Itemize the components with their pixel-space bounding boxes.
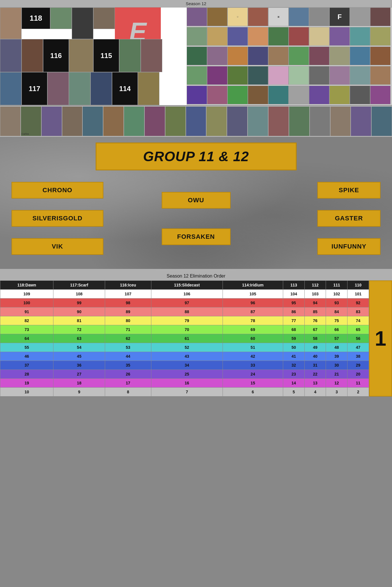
collage-cell — [350, 47, 370, 65]
elim-cell: 55 — [0, 343, 53, 352]
elim-cell: 10 — [0, 388, 53, 397]
elim-cell: 91 — [0, 307, 53, 316]
elim-cell: 111 — [326, 281, 347, 290]
elim-cell: 6 — [223, 388, 283, 397]
elim-cell: 52 — [151, 343, 223, 352]
elim-cell: 18 — [53, 379, 105, 388]
elim-cell: 25 — [151, 370, 223, 379]
collage-cell — [309, 27, 329, 46]
side-number-box: 1 — [369, 280, 392, 397]
elim-cell: 94 — [304, 299, 326, 307]
collage-cell — [268, 86, 289, 104]
elim-cell: 80 — [105, 316, 151, 325]
collage-cell — [289, 86, 309, 104]
elim-cell: 108 — [53, 290, 105, 299]
strip-cell — [310, 106, 330, 136]
elim-cell: 33 — [223, 361, 283, 370]
collage-cell — [329, 66, 350, 85]
elim-cell: 51 — [223, 343, 283, 352]
strip-cell — [330, 106, 351, 136]
strip-cell — [186, 106, 206, 136]
bracket-vik[interactable]: VIK — [11, 238, 103, 255]
elim-cell: 17 — [105, 379, 151, 388]
strip-cell — [227, 106, 248, 136]
bracket-forsaken[interactable]: FORSAKEN — [162, 228, 231, 245]
elim-cell: 27 — [53, 370, 105, 379]
elim-cell: 73 — [0, 325, 53, 334]
elim-cell: 35 — [105, 361, 151, 370]
elim-cell: 115:Slidecast — [151, 281, 223, 290]
bracket-owu[interactable]: OWU — [162, 192, 231, 209]
strip-cell — [124, 106, 144, 136]
elim-cell: 23 — [283, 370, 304, 379]
elim-cell: 79 — [151, 316, 223, 325]
collage-cell-f: F — [329, 7, 350, 26]
bracket-gaster[interactable]: GASTER — [317, 210, 381, 227]
elim-cell: 85 — [304, 307, 326, 316]
collage-cell — [350, 66, 370, 85]
badge-117: 117 — [22, 72, 47, 105]
collage-cell — [329, 47, 350, 65]
collage-cell — [350, 7, 370, 26]
collage-cell — [268, 66, 289, 85]
elim-cell: 95 — [283, 299, 304, 307]
elim-cell: 82 — [0, 316, 53, 325]
elim-cell: 29 — [347, 361, 369, 370]
elim-cell: 49 — [304, 343, 326, 352]
collage-cell — [289, 47, 309, 65]
elim-cell: 92 — [347, 299, 369, 307]
elim-cell: 15 — [223, 379, 283, 388]
elim-cell: 105 — [223, 290, 283, 299]
elim-cell: 12 — [326, 379, 347, 388]
elim-cell: 58 — [304, 334, 326, 343]
collage-cell — [207, 27, 227, 46]
collage-cell — [248, 27, 268, 46]
badge-116: 116 — [43, 39, 69, 72]
collage-cell — [350, 86, 370, 104]
collage-cell — [329, 86, 350, 104]
elim-cell: 24 — [223, 370, 283, 379]
collage-cell — [248, 66, 268, 85]
elim-cell: 114:Iridium — [223, 281, 283, 290]
strip-cell — [0, 106, 21, 136]
collage-cell — [207, 7, 227, 26]
bracket-chrono[interactable]: CHRONO — [11, 182, 103, 199]
strip-cell — [82, 106, 103, 136]
elim-cell: 107 — [105, 290, 151, 299]
collage-cell — [248, 7, 268, 26]
elim-cell: 70 — [151, 325, 223, 334]
bracket-spike[interactable]: SPIKE — [317, 182, 381, 199]
elim-cell: 100 — [0, 299, 53, 307]
bracket-silverisgold[interactable]: SILVERISGOLD — [11, 210, 103, 227]
elim-cell: 74 — [347, 316, 369, 325]
collage-cell — [309, 47, 329, 65]
elim-cell: 13 — [304, 379, 326, 388]
strip-cell — [144, 106, 165, 136]
elim-cell: 42 — [223, 352, 283, 361]
collage-cell — [207, 47, 227, 65]
strip-cell — [62, 106, 83, 136]
collage-cell — [309, 86, 329, 104]
elim-cell: 45 — [53, 352, 105, 361]
collage-cell — [187, 7, 207, 26]
collage-cell — [268, 47, 289, 65]
collage-cell — [187, 27, 207, 46]
bracket-iunfunny[interactable]: IUNFUNNY — [317, 238, 381, 255]
elim-cell: 88 — [151, 307, 223, 316]
elim-cell: 110 — [347, 281, 369, 290]
elim-cell: 22 — [304, 370, 326, 379]
elim-cell: 78 — [223, 316, 283, 325]
elimination-section: Season 12 Elimination Order 118:Dawn117:… — [0, 269, 392, 397]
group-title: GROUP 11 & 12 — [143, 149, 249, 164]
collage-cell — [289, 27, 309, 46]
season-label: Season 12 — [186, 1, 206, 6]
elim-cell: 61 — [151, 334, 223, 343]
season-banner: Season 12 — [0, 0, 392, 7]
strip-cell — [41, 106, 62, 136]
elimination-table: 118:Dawn117:Scarf116:Iceu115:Slidecast11… — [0, 280, 369, 397]
elim-cell: 112 — [304, 281, 326, 290]
elim-cell: 89 — [105, 307, 151, 316]
elim-cell: 60 — [223, 334, 283, 343]
group-title-box: GROUP 11 & 12 — [96, 143, 297, 170]
elim-cell: 97 — [151, 299, 223, 307]
